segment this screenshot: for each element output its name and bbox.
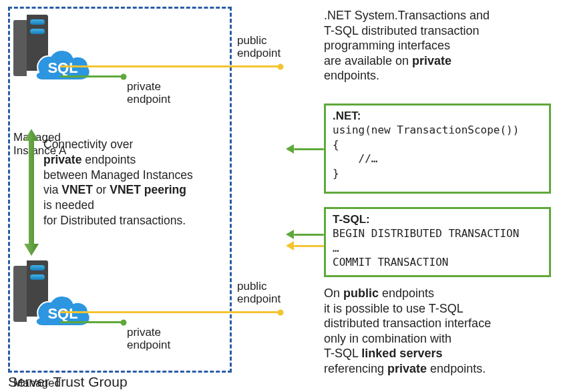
managed-instance-b: SQL Managed Instance B — [13, 260, 94, 392]
private-endpoint-connector-b — [60, 321, 124, 323]
tsql-code-box: T-SQL: BEGIN DISTRIBUTED TRANSACTION … C… — [324, 207, 551, 277]
endpoint-dot-icon — [278, 63, 284, 69]
private-endpoint-label-a: privateendpoint — [127, 81, 170, 106]
private-endpoint-connector-a — [60, 75, 124, 77]
public-endpoint-label-b: publicendpoint — [237, 280, 280, 305]
private-endpoint-label-b: privateendpoint — [127, 327, 170, 351]
connector-to-tsql-green — [294, 234, 324, 236]
endpoint-dot-icon — [278, 309, 284, 315]
instance-b-label-1: Managed — [13, 377, 61, 389]
public-endpoint-label-a: publicendpoint — [237, 35, 280, 59]
dotnet-code: using(new TransactionScope()) { //… } — [333, 123, 542, 180]
connector-to-net-box — [294, 148, 324, 150]
dotnet-title: .NET: — [333, 110, 542, 123]
svg-marker-0 — [24, 129, 39, 256]
arrow-left-icon — [286, 241, 294, 250]
tsql-title: T-SQL: — [333, 213, 542, 226]
instance-b-label-2: Instance B — [13, 390, 67, 392]
private-endpoint-description: .NET System.Transactions and T-SQL distr… — [324, 8, 551, 83]
endpoint-dot-icon — [121, 73, 127, 79]
vnet-connectivity-arrow-icon — [24, 129, 39, 256]
endpoint-dot-icon — [121, 319, 127, 325]
tsql-code: BEGIN DISTRIBUTED TRANSACTION … COMMIT T… — [333, 226, 542, 270]
arrow-left-icon — [286, 144, 294, 154]
dotnet-code-box: .NET: using(new TransactionScope()) { //… — [324, 104, 551, 194]
public-endpoint-connector-b — [60, 311, 280, 313]
connectivity-description: Connectivity over private endpoints betw… — [43, 137, 227, 244]
arrow-left-icon — [286, 230, 294, 239]
public-endpoint-connector-a — [60, 65, 280, 67]
public-endpoint-description: On public endpoints it is possible to us… — [324, 286, 551, 376]
connector-to-tsql-yellow — [294, 245, 324, 247]
